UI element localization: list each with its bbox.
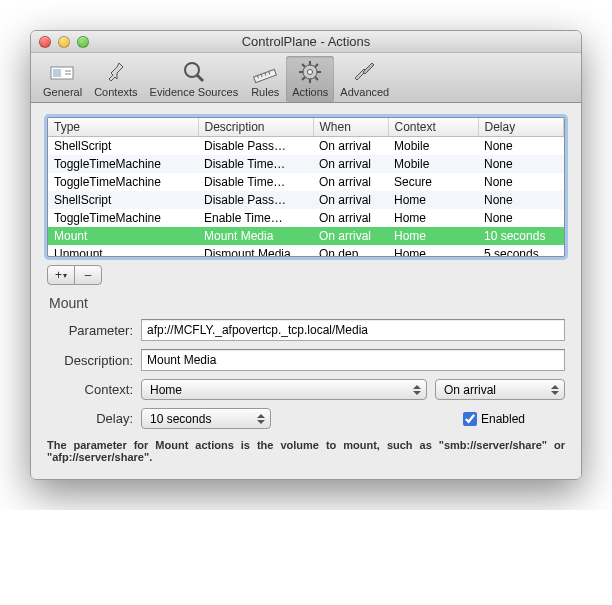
toolbar: General Contexts Evidence Sources Rules … (31, 53, 581, 103)
delay-popup[interactable]: 10 seconds (141, 408, 271, 429)
cell-type: Unmount (48, 245, 198, 257)
when-popup[interactable]: On arrival (435, 379, 565, 400)
table-row[interactable]: ShellScriptDisable Pass…On arrivalMobile… (48, 137, 564, 156)
col-header-type[interactable]: Type (48, 118, 198, 137)
cell-context: Home (388, 245, 478, 257)
cell-context: Home (388, 209, 478, 227)
ruler-icon (250, 58, 280, 86)
toolbar-tab-contexts[interactable]: Contexts (88, 56, 143, 102)
cell-type: Mount (48, 227, 198, 245)
cell-when: On dep… (313, 245, 388, 257)
cell-type: ShellScript (48, 137, 198, 156)
cell-description: Disable Time… (198, 173, 313, 191)
cell-delay: None (478, 137, 564, 156)
table-row[interactable]: ToggleTimeMachineDisable Time…On arrival… (48, 173, 564, 191)
toolbar-tab-advanced[interactable]: Advanced (334, 56, 395, 102)
cell-context: Home (388, 227, 478, 245)
window-title: ControlPlane - Actions (31, 34, 581, 49)
remove-action-button[interactable]: – (74, 265, 102, 285)
cell-description: Mount Media (198, 227, 313, 245)
svg-line-19 (302, 77, 305, 80)
cell-description: Enable Time… (198, 209, 313, 227)
cell-when: On arrival (313, 191, 388, 209)
cell-type: ToggleTimeMachine (48, 209, 198, 227)
cell-type: ShellScript (48, 191, 198, 209)
table-row[interactable]: ToggleTimeMachineDisable Time…On arrival… (48, 155, 564, 173)
cell-context: Home (388, 191, 478, 209)
svg-point-4 (185, 63, 199, 77)
add-remove-controls: + ▾ – (47, 265, 565, 285)
table-row[interactable]: MountMount MediaOn arrivalHome10 seconds (48, 227, 564, 245)
add-action-button[interactable]: + ▾ (47, 265, 75, 285)
cell-description: Disable Pass… (198, 137, 313, 156)
table-row[interactable]: UnmountDismount MediaOn dep…Home5 second… (48, 245, 564, 257)
cell-description: Dismount Media (198, 245, 313, 257)
help-text: The parameter for Mount actions is the v… (47, 439, 565, 463)
traffic-lights (39, 36, 89, 48)
cell-when: On arrival (313, 209, 388, 227)
magnifier-icon (179, 58, 209, 86)
svg-line-18 (315, 77, 318, 80)
cell-description: Disable Pass… (198, 191, 313, 209)
svg-rect-1 (53, 69, 61, 77)
svg-line-5 (197, 75, 203, 81)
slider-icon (48, 58, 78, 86)
svg-point-12 (308, 70, 313, 75)
cell-delay: None (478, 173, 564, 191)
description-input[interactable] (141, 349, 565, 371)
cell-context: Mobile (388, 137, 478, 156)
enabled-checkbox[interactable]: Enabled (463, 412, 525, 426)
enabled-checkbox-input[interactable] (463, 412, 477, 426)
cell-context: Secure (388, 173, 478, 191)
col-header-description[interactable]: Description (198, 118, 313, 137)
col-header-delay[interactable]: Delay (478, 118, 564, 137)
cell-description: Disable Time… (198, 155, 313, 173)
toolbar-tab-evidence[interactable]: Evidence Sources (144, 56, 245, 102)
table-row[interactable]: ShellScriptDisable Pass…On arrivalHomeNo… (48, 191, 564, 209)
toolbar-tab-label: General (43, 86, 82, 98)
cell-type: ToggleTimeMachine (48, 155, 198, 173)
titlebar: ControlPlane - Actions (31, 31, 581, 53)
table-row[interactable]: ToggleTimeMachineEnable Time…On arrivalH… (48, 209, 564, 227)
cell-delay: None (478, 155, 564, 173)
cell-when: On arrival (313, 155, 388, 173)
cell-delay: None (478, 191, 564, 209)
toolbar-tab-label: Advanced (340, 86, 389, 98)
col-header-when[interactable]: When (313, 118, 388, 137)
actions-table[interactable]: Type Description When Context Delay Shel… (47, 117, 565, 257)
cell-delay: 5 seconds (478, 245, 564, 257)
cell-type: ToggleTimeMachine (48, 173, 198, 191)
toolbar-tab-actions[interactable]: Actions (286, 56, 334, 102)
cell-delay: 10 seconds (478, 227, 564, 245)
toolbar-tab-general[interactable]: General (37, 56, 88, 102)
gear-icon (295, 58, 325, 86)
cell-when: On arrival (313, 227, 388, 245)
cell-when: On arrival (313, 173, 388, 191)
cell-when: On arrival (313, 137, 388, 156)
toolbar-tab-label: Contexts (94, 86, 137, 98)
parameter-label: Parameter: (47, 323, 133, 338)
tools-icon (350, 58, 380, 86)
svg-line-20 (315, 64, 318, 67)
toolbar-tab-label: Evidence Sources (150, 86, 239, 98)
toolbar-tab-rules[interactable]: Rules (244, 56, 286, 102)
description-label: Description: (47, 353, 133, 368)
context-label: Context: (47, 382, 133, 397)
cell-context: Mobile (388, 155, 478, 173)
close-window-button[interactable] (39, 36, 51, 48)
zoom-window-button[interactable] (77, 36, 89, 48)
minimize-window-button[interactable] (58, 36, 70, 48)
content-area: Type Description When Context Delay Shel… (31, 103, 581, 479)
pushpin-icon (101, 58, 131, 86)
toolbar-tab-label: Rules (251, 86, 279, 98)
delay-label: Delay: (47, 411, 133, 426)
cell-delay: None (478, 209, 564, 227)
toolbar-tab-label: Actions (292, 86, 328, 98)
preferences-window: ControlPlane - Actions General Contexts … (30, 30, 582, 480)
table-header-row: Type Description When Context Delay (48, 118, 564, 137)
parameter-input[interactable] (141, 319, 565, 341)
col-header-context[interactable]: Context (388, 118, 478, 137)
context-popup[interactable]: Home (141, 379, 427, 400)
svg-line-17 (302, 64, 305, 67)
detail-title: Mount (49, 295, 565, 311)
